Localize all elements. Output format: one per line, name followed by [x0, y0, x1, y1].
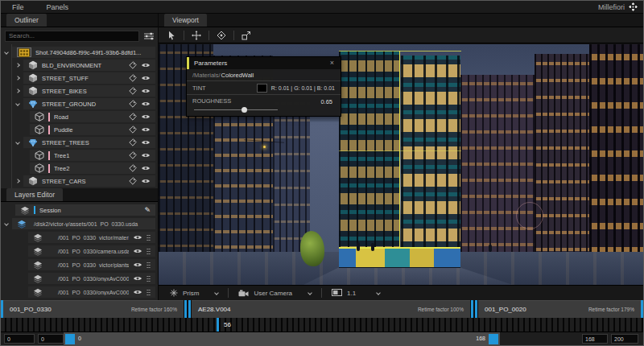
tree-row[interactable]: Road: [1, 111, 158, 122]
layer-row[interactable]: /001_PO_0330/onyxAvC0002.UVs.usd: [1, 273, 158, 284]
visibility-eye-icon[interactable]: [141, 152, 151, 159]
visibility-eye-icon[interactable]: [141, 101, 151, 107]
tree-row[interactable]: BLD_ENVIRONMENT: [1, 60, 158, 71]
drag-grip-icon[interactable]: [147, 234, 151, 241]
chevron-down-icon[interactable]: [12, 141, 23, 144]
clip-edge-handle[interactable]: [641, 300, 643, 318]
filter-icon[interactable]: [144, 32, 154, 40]
layers-stack-icon: [20, 206, 30, 215]
chevron-right-icon[interactable]: [12, 76, 23, 80]
range-end-input[interactable]: [582, 334, 608, 344]
tag-icon[interactable]: [129, 164, 137, 172]
drag-grip-icon[interactable]: [147, 275, 151, 282]
pink-marker: [48, 126, 50, 134]
rotate-tool-icon[interactable]: [215, 30, 228, 41]
layers-editor-panel: Layers Editor Session ✎: [1, 188, 158, 300]
parameters-titlebar[interactable]: Parameters ×: [187, 57, 341, 69]
visibility-eye-icon[interactable]: [133, 248, 142, 254]
tab-viewport[interactable]: Viewport: [164, 14, 207, 27]
select-tool-icon[interactable]: [165, 30, 178, 41]
layer-row[interactable]: /001_PO_0330/onyxAvC0002_cache.usd: [1, 286, 158, 298]
timeline-clip[interactable]: 001_PO_0330 Retime factor 160%: [3, 300, 184, 318]
layers-stack-icon: [33, 274, 43, 283]
close-icon[interactable]: ×: [328, 60, 336, 67]
tag-icon[interactable]: [129, 87, 137, 95]
search-input[interactable]: [5, 31, 139, 42]
tree-row[interactable]: STREET_TREES: [1, 137, 158, 148]
tree-row[interactable]: STREET_GROUND: [1, 98, 158, 109]
chevron-right-icon[interactable]: [12, 89, 23, 93]
display-icon: [332, 289, 342, 297]
chevron-down-icon[interactable]: [12, 102, 23, 105]
visibility-eye-icon[interactable]: [141, 113, 151, 120]
tag-icon[interactable]: [129, 74, 137, 82]
drag-grip-icon[interactable]: [147, 262, 151, 269]
tree-row[interactable]: Tree2: [1, 163, 158, 174]
tag-icon[interactable]: [129, 61, 137, 69]
pink-marker: [48, 113, 50, 122]
visibility-eye-icon[interactable]: [141, 139, 151, 146]
clip-separator-handle[interactable]: [184, 300, 192, 318]
tag-icon[interactable]: [129, 151, 137, 159]
drag-grip-icon[interactable]: [147, 289, 151, 296]
tag-icon[interactable]: [129, 177, 137, 185]
range-start-input[interactable]: [4, 334, 35, 344]
visibility-eye-icon[interactable]: [141, 178, 151, 184]
tree-row[interactable]: STREET_STUFF: [1, 72, 158, 84]
clip-separator-handle[interactable]: [470, 300, 478, 318]
layer-row[interactable]: /001_PO_0330_victor/plants.usd: [1, 259, 158, 270]
tree-row[interactable]: STREET_BIKES: [1, 85, 158, 97]
scale-tool-icon[interactable]: [240, 30, 253, 41]
range-end-handle[interactable]: [489, 334, 498, 344]
visibility-eye-icon[interactable]: [141, 88, 151, 94]
millefiori-logo-icon: [629, 2, 638, 11]
display-dropdown[interactable]: 1.1: [328, 289, 383, 297]
range-offset-input[interactable]: [38, 334, 64, 344]
menu-file[interactable]: File: [1, 3, 35, 11]
tree-row[interactable]: Tree1: [1, 150, 158, 161]
tint-color-swatch[interactable]: [257, 84, 267, 93]
visibility-eye-icon[interactable]: [133, 234, 142, 241]
layer-row[interactable]: /001_PO_0330/camera.usda: [1, 245, 158, 257]
visibility-eye-icon[interactable]: [141, 75, 151, 81]
duration-input[interactable]: [611, 334, 638, 344]
timeline-clip[interactable]: AE28.V004 Retime factor 100%: [192, 300, 470, 318]
menu-panels[interactable]: Panels: [35, 3, 80, 11]
chevron-right-icon[interactable]: [12, 64, 23, 67]
tab-outliner[interactable]: Outliner: [6, 14, 47, 27]
chevron-down-icon[interactable]: [1, 222, 12, 225]
tag-icon[interactable]: [129, 113, 137, 121]
range-start-handle[interactable]: [65, 334, 75, 344]
tag-icon[interactable]: [129, 138, 137, 146]
move-tool-icon[interactable]: [190, 30, 203, 41]
visibility-eye-icon[interactable]: [141, 62, 151, 68]
renderer-dropdown[interactable]: Prism: [167, 289, 221, 297]
frame-ruler[interactable]: 56: [1, 318, 643, 332]
drag-grip-icon[interactable]: [147, 248, 151, 255]
roughness-slider[interactable]: [194, 109, 278, 110]
roughness-slider-knob[interactable]: [242, 107, 247, 113]
tree-row[interactable]: Puddle: [1, 124, 158, 135]
visibility-eye-icon[interactable]: [141, 165, 151, 171]
playhead[interactable]: [217, 318, 219, 332]
camera-dropdown[interactable]: User Camera: [235, 290, 315, 297]
chevron-down-icon[interactable]: [1, 51, 12, 54]
tag-icon[interactable]: [129, 100, 137, 108]
visibility-eye-icon[interactable]: [133, 289, 142, 295]
visibility-eye-icon[interactable]: [133, 262, 142, 268]
layer-row-session[interactable]: Session ✎: [1, 204, 158, 216]
layer-row-root[interactable]: /disk2/victor-y/assets/001_PO_0330.usda: [1, 218, 158, 229]
hero-building-right-face: [401, 56, 460, 253]
tab-layers-editor[interactable]: Layers Editor: [6, 188, 63, 201]
tree-item-label: Tree1: [54, 152, 125, 159]
chevron-right-icon[interactable]: [12, 179, 23, 183]
range-slider-track[interactable]: 0 168: [64, 332, 500, 346]
visibility-eye-icon[interactable]: [133, 275, 142, 282]
tag-icon[interactable]: [129, 126, 137, 134]
tree-row-root[interactable]: Shot.74904d86-f99c-49f1-93b6-8dfd1...: [1, 47, 158, 58]
timeline-clip[interactable]: 001_PO_0020 Retime factor 179%: [478, 300, 641, 318]
tree-row[interactable]: STREET_CARS: [1, 175, 158, 187]
visibility-eye-icon[interactable]: [141, 126, 151, 133]
edit-pencil-icon[interactable]: ✎: [144, 207, 151, 214]
layer-row[interactable]: /001_PO_0330_victor/materials.usda: [1, 232, 158, 243]
